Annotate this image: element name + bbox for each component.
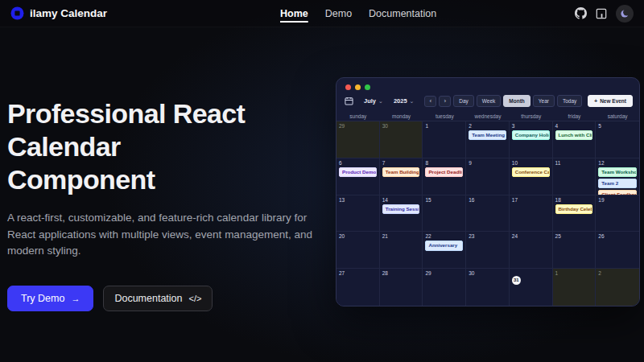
prev-month-button[interactable]: ‹	[424, 96, 436, 107]
day-cell[interactable]: 29	[336, 121, 380, 158]
day-cell[interactable]: 16	[466, 195, 510, 232]
code-icon: </>	[188, 294, 201, 303]
day-cell[interactable]: 15	[423, 195, 466, 232]
day-cell[interactable]: 22Anniversary	[423, 232, 466, 269]
new-event-button[interactable]: + New Event	[588, 95, 633, 107]
day-cell[interactable]: 2	[596, 269, 639, 306]
event-pill[interactable]: Project Deadline	[425, 167, 463, 177]
day-header-monday: monday	[380, 111, 423, 121]
event-pill[interactable]: Anniversary	[425, 241, 463, 250]
day-cell[interactable]: 12Team WorkshopTeam 2Client Feedback Ses…	[596, 158, 639, 195]
plus-icon: +	[594, 98, 597, 104]
event-pill[interactable]: Conference Call	[512, 167, 550, 177]
day-cell[interactable]: 19	[596, 195, 639, 232]
view-button-today[interactable]: Today	[557, 95, 582, 107]
day-cell[interactable]: 30	[380, 121, 423, 158]
nav-link-demo[interactable]: Demo	[325, 8, 352, 19]
day-cell[interactable]: 28	[380, 269, 423, 306]
try-demo-button[interactable]: Try Demo →	[7, 286, 93, 311]
arrow-right-icon: →	[71, 294, 80, 303]
day-number: 6	[339, 160, 377, 166]
day-cell[interactable]: 11	[553, 158, 597, 195]
day-cell[interactable]: 1	[423, 121, 466, 158]
day-cell[interactable]: 13	[336, 195, 380, 232]
nav-links: HomeDemoDocumentation	[280, 0, 436, 27]
day-cell[interactable]: 23	[466, 232, 510, 269]
day-cell[interactable]: 9	[466, 158, 510, 195]
day-number: 23	[469, 233, 506, 239]
day-cell[interactable]: 1	[553, 269, 597, 306]
brand-name: ilamy Calendar	[30, 7, 107, 19]
calendar-icon	[345, 97, 353, 105]
view-button-day[interactable]: Day	[453, 95, 474, 107]
event-pill[interactable]: Team Workshop	[598, 167, 637, 177]
window-minimize-icon[interactable]	[355, 84, 361, 90]
day-cell[interactable]: 3Company Holiday	[510, 121, 553, 158]
event-pill[interactable]: Birthday Celebration	[555, 204, 593, 214]
day-cell[interactable]: 4Lunch with Client	[553, 121, 597, 158]
documentation-button[interactable]: Documentation </>	[103, 286, 213, 311]
brand[interactable]: ilamy Calendar	[10, 6, 107, 20]
page-title: Professional ReactCalendarComponent	[7, 97, 331, 195]
day-cell[interactable]: 17	[510, 195, 553, 232]
day-header-friday: friday	[553, 111, 597, 121]
npm-icon[interactable]	[596, 8, 607, 19]
event-pill[interactable]: Company Holiday	[512, 130, 550, 140]
day-cell[interactable]: 10Conference Call	[510, 158, 553, 195]
day-cell[interactable]: 7Team Building	[380, 158, 423, 195]
window-close-icon[interactable]	[345, 84, 351, 90]
event-pill[interactable]: Training Session	[382, 204, 420, 214]
event-pill[interactable]: Lunch with Client	[555, 130, 593, 140]
day-number: 28	[382, 270, 420, 276]
day-number: 29	[339, 123, 377, 129]
documentation-label: Documentation	[114, 293, 182, 304]
day-cell[interactable]: 30	[466, 269, 510, 306]
day-cell[interactable]: 8Project Deadline	[423, 158, 466, 195]
calendar-toolbar-right: ‹ › DayWeekMonthYearToday + New Event	[424, 95, 633, 107]
event-pill[interactable]: Team Meeting	[469, 130, 506, 140]
nav-link-home[interactable]: Home	[280, 8, 308, 19]
day-cell[interactable]: 27	[336, 269, 380, 306]
theme-toggle-moon-icon[interactable]	[616, 5, 634, 23]
day-cell[interactable]: 29	[423, 269, 466, 306]
day-cell[interactable]: 6Product Demo	[336, 158, 380, 195]
next-month-button[interactable]: ›	[439, 96, 451, 107]
year-select[interactable]: 2025 ⌄	[394, 97, 415, 105]
day-cell[interactable]: 24	[510, 232, 553, 269]
day-cell[interactable]: 2Team Meeting	[466, 121, 510, 158]
day-cell[interactable]: 21	[380, 232, 423, 269]
day-number: 1	[555, 270, 593, 276]
month-select[interactable]: July ⌄	[364, 97, 383, 105]
event-pill[interactable]: Product Demo	[339, 167, 377, 177]
day-cell[interactable]: 14Training Session	[380, 195, 423, 232]
window-traffic-lights	[336, 78, 639, 92]
github-icon[interactable]	[575, 7, 587, 19]
day-number: 1	[425, 123, 463, 129]
new-event-label: New Event	[600, 98, 626, 104]
page-title-line: Component	[7, 163, 331, 196]
view-button-week[interactable]: Week	[477, 95, 502, 107]
day-number: 25	[555, 233, 593, 239]
day-cell[interactable]: 5	[596, 121, 639, 158]
day-number: 8	[425, 160, 463, 166]
view-button-year[interactable]: Year	[533, 95, 555, 107]
day-number: 30	[469, 270, 506, 276]
day-number: 18	[555, 197, 593, 203]
day-number: 12	[598, 160, 637, 166]
nav-link-documentation[interactable]: Documentation	[369, 8, 436, 19]
day-number: 15	[425, 197, 463, 203]
view-switcher: DayWeekMonthYearToday	[453, 95, 582, 107]
day-cell[interactable]: 25	[553, 232, 597, 269]
day-cell[interactable]: 31	[510, 269, 553, 306]
day-cell[interactable]: 26	[596, 232, 639, 269]
view-button-month[interactable]: Month	[503, 95, 530, 107]
day-number: 9	[469, 160, 506, 166]
day-number: 17	[512, 197, 550, 203]
today-badge: 31	[512, 276, 521, 285]
day-number: 20	[339, 233, 377, 239]
event-pill[interactable]: Team 2	[598, 179, 637, 188]
window-maximize-icon[interactable]	[365, 84, 370, 90]
day-cell[interactable]: 20	[336, 232, 380, 269]
event-pill[interactable]: Team Building	[382, 167, 420, 177]
day-cell[interactable]: 18Birthday Celebration	[553, 195, 597, 232]
